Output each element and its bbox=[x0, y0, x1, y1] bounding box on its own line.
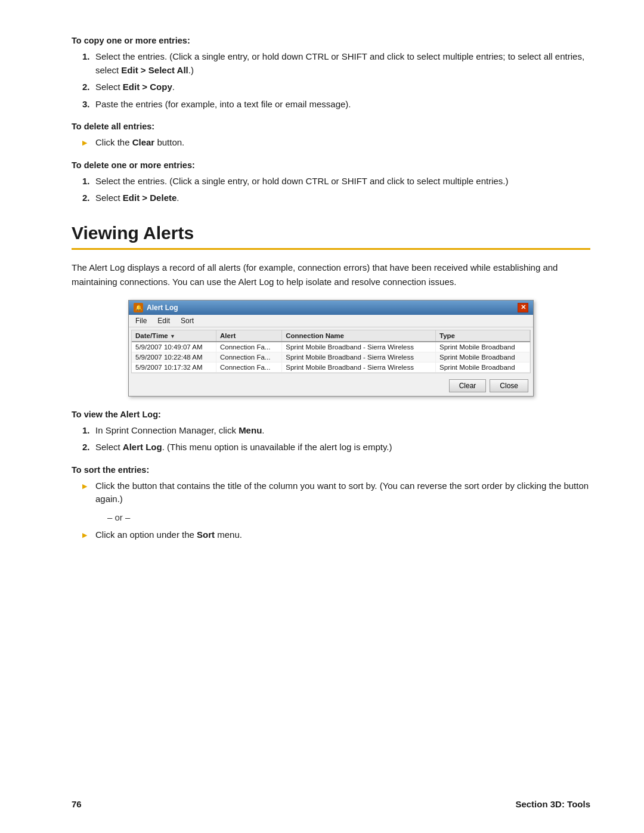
step-text: Paste the entries (for example, into a t… bbox=[95, 99, 351, 109]
step-number: 3. bbox=[82, 98, 90, 112]
bullet-text: Click the button that contains the title… bbox=[95, 481, 589, 504]
page-footer: 76 Section 3D: Tools bbox=[0, 799, 644, 809]
titlebar-left: 🔔 Alert Log bbox=[134, 303, 178, 312]
menu-edit[interactable]: Edit bbox=[156, 316, 172, 326]
delete-all-block: To delete all entries: Click the Clear b… bbox=[72, 122, 590, 150]
table-row: 5/9/2007 10:17:32 AM Connection Fa... Sp… bbox=[132, 362, 530, 372]
list-item: 1. In Sprint Connection Manager, click M… bbox=[82, 424, 590, 438]
col-datetime[interactable]: Date/Time ▼ bbox=[132, 330, 216, 342]
step-text: Select the entries. (Click a single entr… bbox=[95, 51, 584, 75]
delete-entries-list: 1. Select the entries. (Click a single e… bbox=[82, 175, 590, 205]
list-item: 1. Select the entries. (Click a single e… bbox=[82, 50, 590, 77]
close-button[interactable]: Close bbox=[490, 379, 528, 392]
copy-entries-heading: To copy one or more entries: bbox=[72, 36, 590, 45]
col-connection[interactable]: Connection Name bbox=[282, 330, 436, 342]
cell-type: Sprint Mobile Broadband bbox=[436, 342, 530, 352]
sort-entries-heading: To sort the entries: bbox=[72, 465, 590, 475]
or-separator: – or – bbox=[107, 512, 590, 522]
clear-button[interactable]: Clear bbox=[449, 379, 487, 392]
delete-entries-block: To delete one or more entries: 1. Select… bbox=[72, 160, 590, 205]
cell-datetime: 5/9/2007 10:17:32 AM bbox=[132, 362, 216, 372]
cell-alert: Connection Fa... bbox=[216, 352, 282, 362]
cell-datetime: 5/9/2007 10:49:07 AM bbox=[132, 342, 216, 352]
sort-entries-block: To sort the entries: Click the button th… bbox=[72, 465, 590, 542]
step-text: Select Edit > Copy. bbox=[95, 82, 175, 92]
section-title: Viewing Alerts bbox=[72, 223, 590, 250]
alert-log-title: Alert Log bbox=[147, 304, 178, 312]
list-item: Click the button that contains the title… bbox=[82, 479, 590, 506]
sort-entries-list: Click the button that contains the title… bbox=[82, 479, 590, 506]
list-item: 1. Select the entries. (Click a single e… bbox=[82, 175, 590, 188]
cell-connection: Sprint Mobile Broadband - Sierra Wireles… bbox=[282, 342, 436, 352]
view-alert-log-heading: To view the Alert Log: bbox=[72, 410, 590, 419]
view-alert-log-block: To view the Alert Log: 1. In Sprint Conn… bbox=[72, 410, 590, 454]
sort-arrow-icon: ▼ bbox=[170, 333, 175, 339]
step-number: 1. bbox=[82, 424, 90, 438]
list-item: Click the Clear button. bbox=[82, 136, 590, 150]
step-number: 1. bbox=[82, 50, 90, 64]
close-icon[interactable]: ✕ bbox=[518, 303, 528, 312]
step-number: 1. bbox=[82, 175, 90, 188]
step-number: 2. bbox=[82, 191, 90, 205]
list-item: 2. Select Alert Log. (This menu option i… bbox=[82, 441, 590, 454]
alert-log-buttons: Clear Close bbox=[129, 376, 533, 396]
cell-connection: Sprint Mobile Broadband - Sierra Wireles… bbox=[282, 362, 436, 372]
page-number: 76 bbox=[72, 799, 82, 809]
cell-datetime: 5/9/2007 10:22:48 AM bbox=[132, 352, 216, 362]
cell-connection: Sprint Mobile Broadband - Sierra Wireles… bbox=[282, 352, 436, 362]
list-item: 2. Select Edit > Copy. bbox=[82, 80, 590, 94]
cell-type: Sprint Mobile Broadband bbox=[436, 362, 530, 372]
cell-alert: Connection Fa... bbox=[216, 342, 282, 352]
table-header-row: Date/Time ▼ Alert Connection Name Type bbox=[132, 330, 530, 342]
section-intro: The Alert Log displays a record of all a… bbox=[72, 261, 590, 289]
step-text: Select Edit > Delete. bbox=[95, 193, 179, 203]
list-item: 2. Select Edit > Delete. bbox=[82, 191, 590, 205]
step-number: 2. bbox=[82, 441, 90, 454]
delete-entries-heading: To delete one or more entries: bbox=[72, 160, 590, 170]
cell-type: Sprint Mobile Broadband bbox=[436, 352, 530, 362]
section-label: Section 3D: Tools bbox=[515, 799, 590, 809]
list-item: Click an option under the Sort menu. bbox=[82, 528, 590, 542]
bullet-text: Click the Clear button. bbox=[95, 137, 184, 147]
alert-log-window: 🔔 Alert Log ✕ File Edit Sort Date/Time ▼… bbox=[128, 300, 534, 397]
alert-log-icon: 🔔 bbox=[134, 303, 143, 312]
step-number: 2. bbox=[82, 80, 90, 94]
col-alert[interactable]: Alert bbox=[216, 330, 282, 342]
menu-sort[interactable]: Sort bbox=[179, 316, 196, 326]
alert-log-table-wrapper: Date/Time ▼ Alert Connection Name Type 5… bbox=[131, 330, 531, 373]
menu-file[interactable]: File bbox=[134, 316, 148, 326]
delete-all-list: Click the Clear button. bbox=[82, 136, 590, 150]
cell-alert: Connection Fa... bbox=[216, 362, 282, 372]
copy-entries-list: 1. Select the entries. (Click a single e… bbox=[82, 50, 590, 111]
col-type[interactable]: Type bbox=[436, 330, 530, 342]
step-text: Select the entries. (Click a single entr… bbox=[95, 176, 509, 186]
table-row: 5/9/2007 10:49:07 AM Connection Fa... Sp… bbox=[132, 342, 530, 352]
sort-entries-list-2: Click an option under the Sort menu. bbox=[82, 528, 590, 542]
delete-all-heading: To delete all entries: bbox=[72, 122, 590, 131]
alert-log-table: Date/Time ▼ Alert Connection Name Type 5… bbox=[132, 330, 530, 373]
bullet-text: Click an option under the Sort menu. bbox=[95, 529, 242, 540]
view-alert-log-list: 1. In Sprint Connection Manager, click M… bbox=[82, 424, 590, 454]
alert-log-menubar: File Edit Sort bbox=[129, 315, 533, 327]
step-text: Select Alert Log. (This menu option is u… bbox=[95, 442, 392, 452]
list-item: 3. Paste the entries (for example, into … bbox=[82, 98, 590, 112]
step-text: In Sprint Connection Manager, click Menu… bbox=[95, 425, 264, 435]
alert-log-titlebar: 🔔 Alert Log ✕ bbox=[129, 301, 533, 315]
table-row: 5/9/2007 10:22:48 AM Connection Fa... Sp… bbox=[132, 352, 530, 362]
copy-entries-block: To copy one or more entries: 1. Select t… bbox=[72, 36, 590, 111]
